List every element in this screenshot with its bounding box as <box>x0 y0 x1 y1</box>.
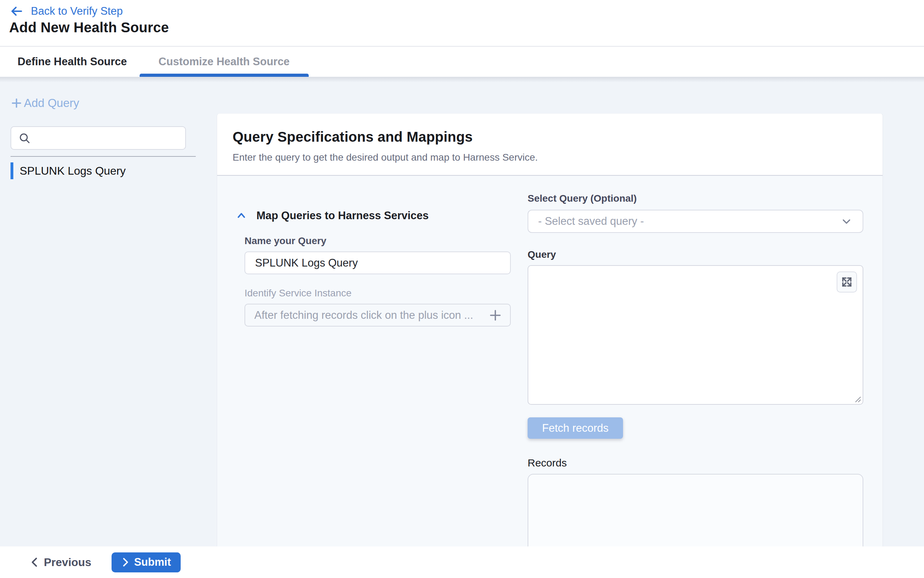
chevron-down-icon <box>840 215 853 227</box>
previous-button[interactable]: Previous <box>30 556 91 569</box>
map-queries-column: Map Queries to Harness Services Name you… <box>232 176 511 326</box>
tab-label: Define Health Source <box>18 55 127 68</box>
saved-query-select[interactable]: - Select saved query - <box>528 210 863 233</box>
query-search-box[interactable] <box>11 126 186 150</box>
expand-query-button[interactable] <box>837 271 857 292</box>
saved-query-select-value: - Select saved query - <box>538 215 840 227</box>
tab-bar: Define Health Source Customize Health So… <box>0 46 924 77</box>
plus-icon <box>11 97 23 109</box>
search-input[interactable] <box>36 132 178 144</box>
query-textarea[interactable] <box>528 265 863 405</box>
page-title: Add New Health Source <box>9 19 169 36</box>
panel-header: Query Specifications and Mappings Enter … <box>217 114 883 176</box>
submit-label: Submit <box>134 556 171 568</box>
expand-icon <box>841 276 853 288</box>
tab-label: Customize Health Source <box>159 55 290 68</box>
selected-indicator-bar <box>11 162 13 179</box>
active-tab-indicator <box>140 74 309 77</box>
query-sidebar: Add Query SPLUNK Logs Query <box>0 77 217 546</box>
service-instance-field[interactable]: After fetching records click on the plus… <box>245 304 511 326</box>
query-list-item-splunk-logs[interactable]: SPLUNK Logs Query <box>11 162 196 180</box>
query-column: Select Query (Optional) - Select saved q… <box>528 176 863 546</box>
textarea-resize-handle[interactable] <box>854 395 861 403</box>
submit-button[interactable]: Submit <box>112 552 181 572</box>
panel-subtitle: Enter the query to get the desired outpu… <box>232 152 883 163</box>
back-arrow-icon <box>10 5 23 17</box>
previous-label: Previous <box>44 556 91 569</box>
chevron-left-icon <box>30 557 39 567</box>
content-area: Add Query SPLUNK Logs Query Query Specif… <box>0 77 924 546</box>
service-instance-placeholder: After fetching records click on the plus… <box>254 309 488 321</box>
plus-icon[interactable] <box>488 308 502 322</box>
map-queries-section-header[interactable]: Map Queries to Harness Services <box>235 209 511 222</box>
page-header: Back to Verify Step Add New Health Sourc… <box>0 0 924 46</box>
name-your-query-label: Name your Query <box>245 235 511 247</box>
chevron-up-icon <box>235 210 247 222</box>
tab-define-health-source[interactable]: Define Health Source <box>18 47 141 77</box>
tab-customize-health-source[interactable]: Customize Health Source <box>145 47 304 77</box>
panel-title: Query Specifications and Mappings <box>232 129 883 145</box>
query-spec-panel: Query Specifications and Mappings Enter … <box>217 113 883 546</box>
query-name-input[interactable] <box>245 252 511 274</box>
panel-body: Map Queries to Harness Services Name you… <box>217 176 883 546</box>
records-panel <box>528 474 863 546</box>
fetch-records-button[interactable]: Fetch records <box>528 417 623 439</box>
sidebar-divider <box>11 156 196 157</box>
records-label: Records <box>528 457 863 469</box>
search-icon <box>18 132 31 144</box>
query-list-item-label: SPLUNK Logs Query <box>19 164 126 177</box>
query-label: Query <box>528 249 863 260</box>
footer-bar: Previous Submit <box>0 546 924 578</box>
select-query-label: Select Query (Optional) <box>528 193 863 204</box>
add-query-label: Add Query <box>24 96 79 110</box>
identify-service-instance-label: Identify Service Instance <box>245 287 511 299</box>
section-title: Map Queries to Harness Services <box>257 209 429 222</box>
chevron-right-icon <box>121 557 130 567</box>
back-to-verify-link[interactable]: Back to Verify Step <box>10 5 123 18</box>
add-query-button[interactable]: Add Query <box>11 96 79 110</box>
back-link-label: Back to Verify Step <box>31 5 123 18</box>
